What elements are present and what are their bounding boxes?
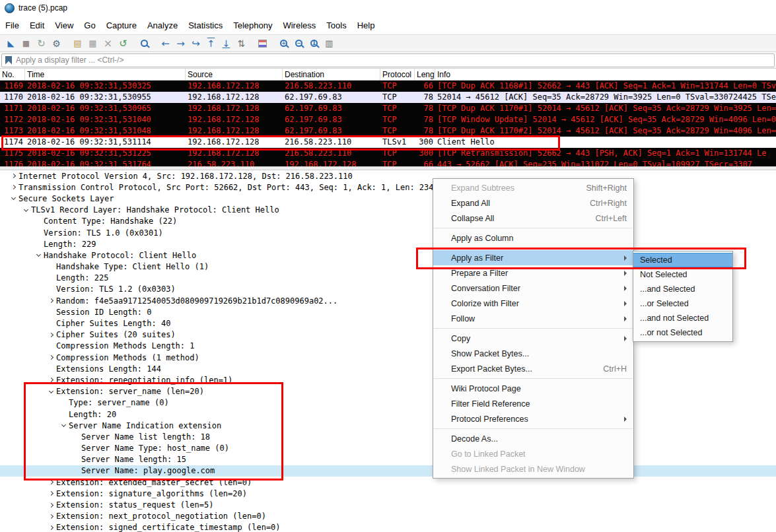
zoom-out-icon[interactable]: − bbox=[291, 36, 306, 51]
context-menu-item-expand-all[interactable]: Expand AllCtrl+Right bbox=[433, 195, 633, 211]
packet-row-1169[interactable]: 11692018-02-16 09:32:31,530325192.168.17… bbox=[0, 81, 776, 92]
save-file-icon[interactable]: ▦ bbox=[85, 36, 100, 51]
menu-analyze[interactable]: Analyze bbox=[142, 17, 183, 34]
column-header-no[interactable]: No. bbox=[0, 69, 25, 80]
tree-line[interactable]: Compression Methods Length: 1 bbox=[0, 341, 776, 352]
expand-arrow-icon[interactable] bbox=[46, 526, 56, 529]
expand-arrow-icon[interactable] bbox=[46, 356, 56, 359]
go-to-packet-icon[interactable]: ↪ bbox=[188, 36, 203, 51]
menu-file[interactable]: File bbox=[0, 17, 24, 34]
context-menu-item-filter-field-reference[interactable]: Filter Field Reference bbox=[433, 396, 633, 411]
column-header-source[interactable]: Source bbox=[186, 69, 283, 80]
close-file-icon[interactable]: × bbox=[100, 36, 116, 51]
expand-arrow-icon[interactable] bbox=[8, 174, 18, 178]
reload-file-icon[interactable]: ↺ bbox=[116, 36, 131, 51]
expand-arrow-icon[interactable] bbox=[46, 299, 56, 302]
capture-options-icon[interactable]: ⚙ bbox=[49, 36, 64, 51]
tree-line[interactable]: Type: server_name (0) bbox=[0, 397, 776, 409]
zoom-in-icon[interactable]: + bbox=[276, 36, 291, 51]
context-menu-item-collapse-all[interactable]: Collapse AllCtrl+Left bbox=[433, 211, 633, 226]
submenu-item-not-selected[interactable]: Not Selected bbox=[633, 267, 732, 282]
go-back-icon[interactable]: ← bbox=[158, 36, 173, 51]
tree-line[interactable]: Server Name: play.google.com bbox=[0, 465, 776, 477]
open-file-icon[interactable]: ▤ bbox=[70, 36, 85, 51]
zoom-reset-icon[interactable]: 1 bbox=[306, 36, 322, 51]
expand-arrow-icon[interactable] bbox=[46, 481, 56, 484]
tree-line[interactable]: Server Name length: 15 bbox=[0, 454, 776, 465]
packet-row-1171[interactable]: 11712018-02-16 09:32:31,530965192.168.17… bbox=[0, 103, 776, 114]
tree-line[interactable]: Extension: signed_certificate_timestamp … bbox=[0, 522, 776, 532]
collapse-arrow-icon[interactable] bbox=[8, 197, 18, 199]
auto-scroll-icon[interactable]: ⇅ bbox=[234, 36, 249, 51]
colorize-packets-icon[interactable] bbox=[255, 36, 270, 51]
context-menu-item-apply-as-filter[interactable]: Apply as Filter bbox=[433, 250, 633, 265]
tree-line[interactable]: Server Name Type: host_name (0) bbox=[0, 443, 776, 454]
submenu-item-and-not-selected[interactable]: ...and not Selected bbox=[633, 311, 732, 325]
collapse-arrow-icon[interactable] bbox=[20, 209, 31, 211]
tree-line[interactable]: Extension: renegotiation_info (len=1) bbox=[0, 374, 776, 385]
column-header-info[interactable]: Info bbox=[435, 69, 776, 80]
tree-line[interactable]: Version: TLS 1.0 (0x0301) bbox=[0, 227, 776, 238]
menu-edit[interactable]: Edit bbox=[24, 17, 50, 34]
collapse-arrow-icon[interactable] bbox=[33, 254, 44, 256]
packet-row-1176[interactable]: 11762018-02-16 09:32:31,531764216.58.223… bbox=[0, 159, 776, 166]
column-header-protocol[interactable]: Protocol bbox=[380, 69, 415, 80]
menu-tools[interactable]: Tools bbox=[321, 17, 351, 34]
tree-line[interactable]: Extension: server_name (len=20) bbox=[0, 386, 776, 397]
tree-line[interactable]: Server Name Indication extension bbox=[0, 420, 776, 431]
tree-line[interactable]: Length: 229 bbox=[0, 238, 776, 249]
display-filter-input[interactable] bbox=[16, 55, 774, 65]
submenu-item-and-selected[interactable]: ...and Selected bbox=[633, 282, 732, 296]
expand-arrow-icon[interactable] bbox=[46, 333, 56, 337]
menu-help[interactable]: Help bbox=[352, 17, 380, 34]
context-menu-item-protocol-preferences[interactable]: Protocol Preferences bbox=[433, 411, 633, 426]
tree-line[interactable]: Extension: signature_algorithms (len=20) bbox=[0, 488, 776, 499]
menu-go[interactable]: Go bbox=[79, 17, 100, 34]
menu-telephony[interactable]: Telephony bbox=[228, 17, 277, 34]
column-header-destination[interactable]: Destination bbox=[283, 69, 380, 80]
find-packet-icon[interactable] bbox=[137, 36, 152, 51]
context-menu-item-decode-as[interactable]: Decode As... bbox=[433, 431, 633, 446]
context-menu-item-export-packet-bytes[interactable]: Export Packet Bytes...Ctrl+H bbox=[433, 361, 633, 376]
menu-view[interactable]: View bbox=[50, 17, 79, 34]
context-menu-item-prepare-a-filter[interactable]: Prepare a Filter bbox=[433, 265, 633, 281]
tree-line[interactable]: Internet Protocol Version 4, Src: 192.16… bbox=[0, 170, 776, 182]
tree-line[interactable]: Extension: next_protocol_negotiation (le… bbox=[0, 511, 776, 522]
tree-line[interactable]: Extension: status_request (len=5) bbox=[0, 499, 776, 510]
context-menu-item-colorize-with-filter[interactable]: Colorize with Filter bbox=[433, 296, 633, 311]
filter-bookmark-icon[interactable] bbox=[5, 56, 12, 65]
collapse-arrow-icon[interactable] bbox=[58, 424, 69, 426]
menu-statistics[interactable]: Statistics bbox=[183, 17, 228, 34]
submenu-item-selected[interactable]: Selected bbox=[633, 253, 732, 267]
menu-wireless[interactable]: Wireless bbox=[277, 17, 321, 34]
expand-arrow-icon[interactable] bbox=[46, 492, 56, 495]
go-forward-icon[interactable]: → bbox=[173, 36, 188, 51]
stop-capture-icon[interactable]: ■ bbox=[18, 36, 34, 51]
tree-line[interactable]: Secure Sockets Layer bbox=[0, 193, 776, 204]
submenu-item-or-selected[interactable]: ...or Selected bbox=[633, 296, 732, 311]
context-menu-item-copy[interactable]: Copy bbox=[433, 331, 633, 346]
tree-line[interactable]: TLSv1 Record Layer: Handshake Protocol: … bbox=[0, 205, 776, 216]
expand-arrow-icon[interactable] bbox=[8, 185, 18, 189]
column-header-length[interactable]: Length bbox=[415, 69, 435, 80]
context-menu-item-apply-as-column[interactable]: Apply as Column bbox=[433, 230, 633, 246]
tree-line[interactable]: Content Type: Handshake (22) bbox=[0, 216, 776, 227]
resize-columns-icon[interactable]: ▥ bbox=[322, 36, 337, 51]
packet-row-1175[interactable]: 11752018-02-16 09:32:31,531225192.168.17… bbox=[0, 148, 776, 159]
context-menu-item-wiki-protocol-page[interactable]: Wiki Protocol Page bbox=[433, 381, 633, 396]
menu-capture[interactable]: Capture bbox=[101, 17, 142, 34]
expand-arrow-icon[interactable] bbox=[46, 378, 56, 382]
submenu-item-or-not-selected[interactable]: ...or not Selected bbox=[633, 325, 732, 340]
expand-arrow-icon[interactable] bbox=[46, 515, 56, 518]
tree-line[interactable]: Transmission Control Protocol, Src Port:… bbox=[0, 182, 776, 193]
context-menu-item-conversation-filter[interactable]: Conversation Filter bbox=[433, 281, 633, 296]
tree-line[interactable]: Extensions Length: 144 bbox=[0, 363, 776, 374]
collapse-arrow-icon[interactable] bbox=[46, 391, 56, 393]
packet-row-1173[interactable]: 11732018-02-16 09:32:31,531048192.168.17… bbox=[0, 125, 776, 137]
go-last-packet-icon[interactable]: ↓ bbox=[219, 36, 234, 51]
context-menu-item-show-packet-bytes[interactable]: Show Packet Bytes... bbox=[433, 346, 633, 361]
packet-row-1172[interactable]: 11722018-02-16 09:32:31,531040192.168.17… bbox=[0, 114, 776, 125]
packet-row-1174[interactable]: 11742018-02-16 09:32:31,531114192.168.17… bbox=[0, 137, 776, 148]
context-menu-item-follow[interactable]: Follow bbox=[433, 311, 633, 326]
start-capture-icon[interactable]: ◣ bbox=[3, 36, 18, 51]
